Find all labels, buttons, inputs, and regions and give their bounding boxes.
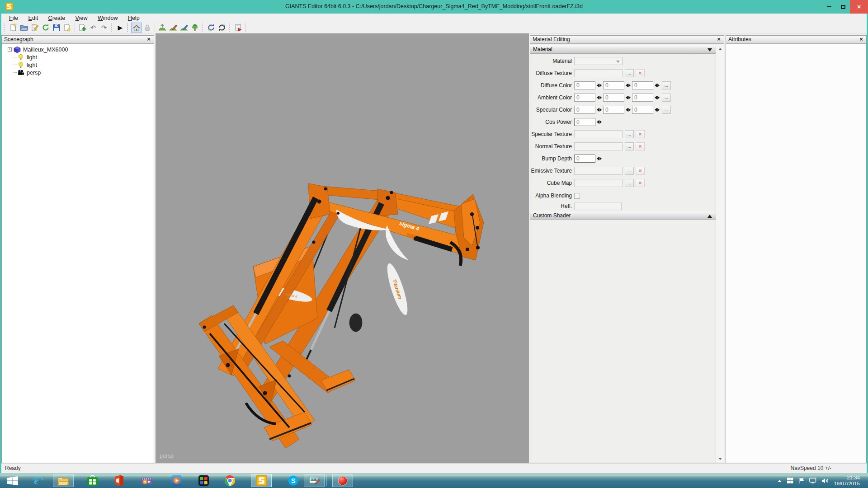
lock-selection-button[interactable]	[142, 23, 153, 33]
tree-item-mailleux[interactable]: + Mailleux_MX6000	[8, 46, 68, 53]
menu-window[interactable]: Window	[94, 14, 122, 21]
diffuse-g-field[interactable]: 0	[603, 81, 624, 89]
menu-create[interactable]: Create	[44, 14, 70, 21]
taskbar-office[interactable]	[108, 474, 129, 487]
new-scene-button[interactable]	[8, 23, 19, 33]
tree-item-light[interactable]: light	[17, 53, 37, 61]
frame-selection-button[interactable]	[131, 23, 142, 33]
tray-windows-icon[interactable]	[787, 478, 793, 483]
scroll-up-icon[interactable]	[717, 45, 724, 52]
specular-g-field[interactable]: 0	[603, 106, 624, 114]
specular-b-field[interactable]: 0	[632, 106, 653, 114]
toolbar-grip[interactable]	[229, 23, 231, 32]
terrain-paint-button[interactable]	[168, 23, 179, 33]
expand-icon[interactable]: +	[8, 47, 12, 52]
normal-texture-field[interactable]	[574, 142, 623, 150]
menu-edit[interactable]: Edit	[24, 14, 42, 21]
maximize-button[interactable]	[836, 0, 850, 14]
show-console-button[interactable]	[233, 23, 244, 33]
diffuse-r-field[interactable]: 0	[574, 81, 595, 89]
taskbar-windows-store[interactable]	[82, 474, 103, 487]
emissive-texture-field[interactable]	[574, 167, 623, 175]
alpha-blending-checkbox[interactable]	[574, 193, 580, 199]
value-stepper[interactable]	[624, 94, 632, 102]
reload-scene-button[interactable]	[40, 23, 51, 33]
value-stepper[interactable]	[653, 94, 661, 102]
value-stepper[interactable]	[653, 81, 661, 89]
ambient-r-field[interactable]: 0	[574, 94, 595, 102]
menu-help[interactable]: Help	[124, 14, 144, 21]
menu-file[interactable]: File	[5, 14, 22, 21]
collapse-arrow-icon[interactable]	[708, 215, 712, 218]
browse-button[interactable]: ...	[625, 69, 634, 77]
refl-field[interactable]	[574, 202, 622, 210]
taskbar-file-explorer[interactable]	[53, 474, 74, 487]
specular-r-field[interactable]: 0	[574, 106, 595, 114]
taskbar-chrome[interactable]	[219, 474, 240, 487]
value-stepper[interactable]	[595, 81, 603, 89]
start-button[interactable]	[4, 474, 22, 487]
value-stepper[interactable]	[624, 81, 632, 89]
taskbar-media-player[interactable]	[166, 474, 187, 487]
tray-flag-icon[interactable]	[798, 478, 804, 484]
browse-button[interactable]: ...	[625, 179, 634, 187]
clear-texture-button[interactable]: ×	[636, 142, 645, 150]
toolbar-grip[interactable]	[127, 23, 129, 32]
value-stepper[interactable]	[595, 94, 603, 102]
custom-shader-section-header[interactable]: Custom Shader	[530, 211, 716, 220]
color-picker-button[interactable]: ...	[662, 94, 671, 102]
reload-scripts-button[interactable]	[217, 23, 227, 33]
scroll-down-icon[interactable]	[717, 455, 724, 462]
toolbar-grip[interactable]	[111, 23, 113, 32]
reload-shaders-button[interactable]	[206, 23, 217, 33]
undo-button[interactable]: ↶	[88, 23, 99, 33]
value-stepper[interactable]	[595, 155, 603, 163]
tray-volume-icon[interactable]	[821, 478, 829, 484]
taskbar-paint[interactable]	[304, 474, 325, 487]
taskbar-skype[interactable]: S	[283, 474, 303, 487]
save-scene-button[interactable]	[51, 23, 62, 33]
menu-view[interactable]: View	[71, 14, 92, 21]
collapse-arrow-icon[interactable]	[708, 48, 712, 52]
cos-power-field[interactable]: 0	[574, 118, 595, 126]
value-stepper[interactable]	[595, 106, 603, 114]
scenegraph-close-icon[interactable]: ×	[146, 36, 152, 43]
browse-button[interactable]: ...	[625, 167, 634, 175]
foliage-paint-button[interactable]	[189, 23, 200, 33]
taskbar-action-recorder[interactable]	[332, 474, 353, 487]
value-stepper[interactable]	[624, 106, 632, 114]
attributes-close-icon[interactable]: ×	[858, 36, 864, 43]
viewport-3d[interactable]: sigma 4 Titanium sigma 4 persp	[156, 33, 529, 463]
color-picker-button[interactable]: ...	[662, 106, 671, 114]
bump-depth-field[interactable]: 0	[574, 155, 595, 163]
diffuse-b-field[interactable]: 0	[632, 81, 653, 89]
diffuse-texture-field[interactable]	[574, 69, 623, 77]
material-section-header[interactable]: Material	[530, 45, 716, 54]
terrain-detail-button[interactable]	[179, 23, 189, 33]
clear-texture-button[interactable]: ×	[636, 167, 645, 175]
tray-network-icon[interactable]	[809, 478, 816, 484]
toolbar-grip[interactable]	[202, 23, 204, 32]
clear-texture-button[interactable]: ×	[636, 69, 645, 77]
tray-chevron-up-icon[interactable]	[777, 479, 782, 483]
taskbar-movie-maker[interactable]	[136, 474, 157, 487]
specular-texture-field[interactable]	[574, 130, 623, 138]
material-combobox[interactable]	[574, 57, 623, 65]
close-button[interactable]: ×	[850, 0, 868, 14]
redo-button[interactable]: ↷	[99, 23, 109, 33]
taskbar-giants-editor[interactable]	[251, 474, 272, 487]
color-picker-button[interactable]: ...	[662, 81, 671, 89]
material-editing-close-icon[interactable]: ×	[716, 36, 722, 43]
terrain-sculpt-button[interactable]	[157, 23, 168, 33]
cube-map-field[interactable]	[574, 179, 623, 187]
tree-item-persp[interactable]: persp	[17, 69, 41, 76]
browse-button[interactable]: ...	[625, 130, 634, 138]
toolbar-grip[interactable]	[4, 23, 6, 32]
minimize-button[interactable]	[822, 0, 836, 14]
ambient-b-field[interactable]: 0	[632, 94, 653, 102]
tree-item-light[interactable]: light	[17, 61, 37, 69]
ambient-g-field[interactable]: 0	[603, 94, 624, 102]
browse-button[interactable]: ...	[625, 142, 634, 150]
value-stepper[interactable]	[595, 118, 603, 126]
value-stepper[interactable]	[653, 106, 661, 114]
